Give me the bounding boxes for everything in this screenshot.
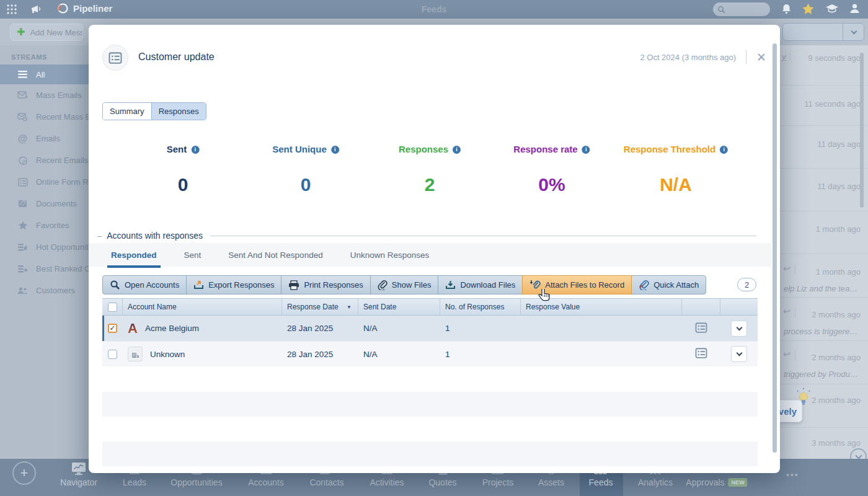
col-response-date[interactable]: Response Date▼ <box>282 299 358 315</box>
response-tabs: Responded Sent Sent And Not Responded Un… <box>89 243 771 267</box>
expand-row-button[interactable] <box>731 346 747 362</box>
feed-divider <box>780 85 868 86</box>
close-icon[interactable]: ✕ <box>756 51 766 63</box>
tab-responses[interactable]: Responses <box>151 103 206 120</box>
stat-response-threshold: Response Thresholdi N/A <box>624 144 728 195</box>
section-rule <box>210 236 756 236</box>
nav-more-button[interactable]: ••• <box>786 470 799 480</box>
ranked-icon <box>17 265 28 273</box>
feed-snippet[interactable]: triggered by Produ… <box>784 370 858 379</box>
tab-sent-not-responded[interactable]: Sent And Not Responded <box>228 243 322 267</box>
feed-list-panel: y 9 seconds ago 11 seconds ago 11 days a… <box>780 45 868 459</box>
print-responses-button[interactable]: Print Responses <box>281 275 370 294</box>
feed-timestamp: 11 days ago <box>817 140 861 149</box>
download-files-button[interactable]: Download Files <box>438 275 523 294</box>
feed-snippet[interactable]: elp Liz and the tea… <box>784 284 857 293</box>
col-actions <box>682 299 720 315</box>
search-input[interactable] <box>713 2 770 16</box>
open-accounts-button[interactable]: Open Accounts <box>102 275 187 294</box>
info-icon[interactable]: i <box>720 146 728 154</box>
section-title: Accounts with responses <box>107 231 203 241</box>
new-badge: NEW <box>728 478 748 487</box>
response-date-cell: 28 Jan 2025 <box>282 316 358 341</box>
col-sent-date[interactable]: Sent Date <box>358 299 440 315</box>
view-tabs: Summary Responses <box>102 102 206 120</box>
info-icon[interactable]: i <box>331 146 339 154</box>
export-responses-button[interactable]: Export Responses <box>186 275 281 294</box>
feed-snippet[interactable]: process is triggere… <box>784 327 857 336</box>
selected-count-badge: 2 <box>737 278 756 291</box>
sidebar-item-label: Recent Emails <box>36 156 88 165</box>
notifications-bell-icon[interactable] <box>781 2 792 17</box>
unknown-account-icon <box>128 347 143 361</box>
expand-row-button[interactable] <box>731 321 747 337</box>
row-checkbox[interactable] <box>108 350 117 359</box>
chevron-down-icon <box>736 350 742 356</box>
nav-label: Quotes <box>428 477 456 487</box>
feed-link-fragment[interactable]: y <box>782 52 786 61</box>
background-scrollbar[interactable] <box>860 53 864 208</box>
collapse-dash-icon[interactable]: – <box>97 231 102 241</box>
col-expand <box>720 299 758 315</box>
nav-label: Navigator <box>60 477 97 487</box>
button-label: Export Responses <box>208 280 274 290</box>
stat-sent: Senti 0 <box>167 144 200 195</box>
profile-icon[interactable] <box>849 2 861 17</box>
add-fab-button[interactable]: + <box>12 461 36 485</box>
stat-value: 0% <box>513 174 590 195</box>
response-value-cell <box>521 342 682 366</box>
info-icon[interactable]: i <box>582 146 590 154</box>
feed-divider <box>780 340 868 341</box>
show-files-button[interactable]: Show Files <box>370 275 439 294</box>
quick-attach-button[interactable]: Quick Attach <box>631 275 706 294</box>
pipeliner-app: Pipeliner Feeds ✚ Add New Message ST <box>0 0 868 496</box>
stat-responses: Responsesi 2 <box>399 144 461 195</box>
view-form-icon[interactable] <box>695 348 707 360</box>
feed-divider <box>780 211 868 211</box>
account-name[interactable]: Acme Belgium <box>145 324 199 333</box>
stat-label: Response rate <box>513 144 577 154</box>
stat-value: N/A <box>624 174 728 195</box>
button-label: Download Files <box>460 280 515 290</box>
feed-timestamp: 11 days ago <box>817 182 861 191</box>
nav-label: Assets <box>538 477 564 487</box>
documents-icon <box>17 199 28 208</box>
responses-count-cell: 1 <box>440 342 521 366</box>
feed-filter-dropdown[interactable] <box>782 23 864 41</box>
nav-label: Leads <box>123 477 146 487</box>
info-icon[interactable]: i <box>191 146 199 154</box>
favorites-star-icon[interactable] <box>802 2 815 18</box>
tab-summary[interactable]: Summary <box>103 103 151 120</box>
account-name[interactable]: Unknown <box>150 350 185 359</box>
sidebar-item-label: Documents <box>36 199 77 208</box>
nav-label: Accounts <box>248 477 284 487</box>
button-label: Show Files <box>392 280 432 290</box>
stat-label: Response Threshold <box>624 144 715 154</box>
learning-cap-icon[interactable] <box>825 2 839 17</box>
modal-scrollbar[interactable] <box>773 43 777 453</box>
select-all-checkbox[interactable] <box>108 303 117 312</box>
nav-label: Feeds <box>589 477 613 487</box>
response-date-cell: 28 Jan 2025 <box>282 342 358 366</box>
table-row[interactable]: Unknown 28 Jan 2025 N/A 1 <box>102 341 758 366</box>
add-new-message-label: Add New Message <box>30 28 83 37</box>
account-logo: A <box>128 321 138 337</box>
stat-value: 0 <box>167 174 200 195</box>
nav-label: Approvals <box>686 477 724 487</box>
tab-responded[interactable]: Responded <box>111 243 157 267</box>
tab-unknown-responses[interactable]: Unknown Responses <box>350 243 430 267</box>
modal-date: 2 Oct 2024 (3 months ago) <box>640 53 736 62</box>
tab-sent[interactable]: Sent <box>184 243 202 267</box>
stat-sent-unique: Sent Uniquei 0 <box>272 144 339 195</box>
table-row[interactable]: ✓ AAcme Belgium 28 Jan 2025 N/A 1 <box>102 316 758 341</box>
add-new-message-button[interactable]: ✚ Add New Message <box>10 24 83 41</box>
search-icon <box>717 6 725 14</box>
feed-divider <box>780 168 868 169</box>
button-label: Print Responses <box>304 280 363 290</box>
col-account-name[interactable]: Account Name <box>123 299 282 315</box>
button-label: Open Accounts <box>125 280 179 290</box>
col-no-of-responses[interactable]: No. of Responses <box>440 299 521 315</box>
row-checkbox[interactable]: ✓ <box>108 324 117 333</box>
info-icon[interactable]: i <box>453 146 461 154</box>
view-form-icon[interactable] <box>695 322 707 335</box>
